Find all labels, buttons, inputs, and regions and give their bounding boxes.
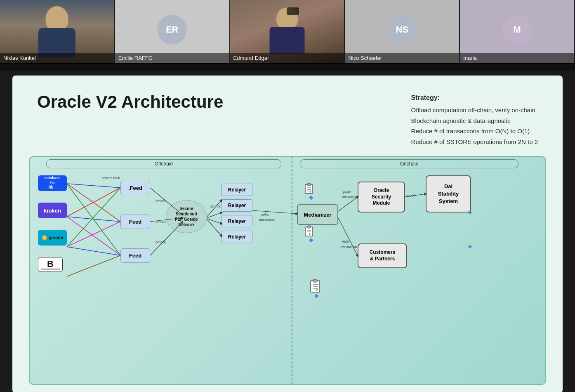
source-bitstamp: B [38, 257, 63, 272]
svg-line-38 [338, 218, 358, 256]
participant-name-maria: maria [460, 53, 574, 63]
svg-line-20 [67, 184, 120, 255]
svg-line-25 [67, 222, 120, 247]
svg-line-18 [67, 184, 120, 188]
relayer-2: Relayer [222, 199, 252, 212]
transaction-customers-label: transaction [341, 245, 357, 249]
svg-line-33 [207, 219, 222, 224]
eth-icon-1: ◆ [309, 194, 313, 201]
eth-icon-3: ◆ [314, 292, 319, 299]
separator-bar [0, 64, 575, 71]
feed-2-label: Feed [129, 219, 141, 225]
video-bar: Niklas Kunkel ER Emilie RAFFO Edmund Edg… [0, 0, 575, 64]
presentation-area: Oracle V2 Architecture Strategy: Offload… [12, 76, 563, 392]
oracle-module-label: OracleSecurityModule [372, 187, 391, 207]
person-head [46, 6, 68, 31]
relayers-group: Relayer Relayer Relayer Relayer [222, 184, 252, 243]
section-divider [292, 157, 292, 384]
slide-content: Oracle V2 Architecture Strategy: Offload… [12, 76, 563, 392]
data-sources: coinbasePro kraken ♊ gemini B [38, 175, 67, 272]
relayer-4: Relayer [222, 231, 252, 243]
customers-label: Customers& Partners [370, 249, 396, 262]
oracle-security-module: OracleSecurityModule [358, 182, 405, 213]
poke-label: poke [261, 213, 269, 217]
eth-icon-customers: ◆ [468, 243, 472, 249]
omnia-label-1: omnia [156, 199, 166, 203]
svg-rect-14 [313, 279, 317, 282]
source-gemini: ♊ gemini [38, 230, 67, 246]
feed-box-3: Feed [120, 248, 150, 263]
svg-line-22 [67, 217, 120, 222]
strategy-label: Strategy: [411, 92, 538, 103]
offchain-section-box: Offchain [46, 159, 281, 168]
video-tile-nico: NS Nico Schaefer [345, 0, 460, 63]
svg-line-26 [67, 247, 120, 255]
video-tile-edmund: Edmund Edgar [230, 0, 345, 63]
video-tile-maria: M maria [460, 0, 575, 63]
feed-3-label: Feed [129, 253, 141, 259]
medianizer-label: Medianizer [304, 212, 331, 218]
person-body [38, 28, 75, 57]
svg-line-32 [207, 213, 222, 218]
svg-line-21 [67, 188, 120, 217]
slide-strategy: Strategy: Offload computation off-chain,… [411, 92, 538, 147]
architecture-diagram: Offchain Onchain setzer-mcd coinbasePro … [29, 156, 546, 385]
video-tile-niklas: Niklas Kunkel [0, 0, 115, 63]
svg-line-23 [67, 217, 120, 255]
svg-line-36 [338, 197, 358, 211]
strategy-line-1: Offload computation off-chain, verify on… [411, 105, 538, 116]
strategy-line-4: Reduce # of SSTORE operations from 2N to… [411, 137, 538, 147]
dai-stability-system: DaiStabilitySystem [426, 175, 471, 213]
svg-line-24 [67, 188, 120, 247]
svg-line-27 [67, 255, 120, 276]
feed-1-label: .Feed [128, 185, 142, 191]
svg-line-31 [207, 200, 222, 217]
p2p-network: SecureScuttlebuttP2P GossipNetwork [166, 200, 207, 233]
omnia-label-3: omnia [156, 240, 166, 244]
source-kraken: kraken [38, 203, 67, 218]
video-tile-emilie: ER Emilie RAFFO [115, 0, 230, 63]
read-customers-label: read [342, 239, 349, 243]
transaction-oracle-label: transaction [342, 195, 358, 198]
read-label: read [407, 194, 415, 198]
svg-line-34 [207, 220, 222, 236]
participant-name-niklas: Niklas Kunkel [0, 53, 114, 63]
svg-rect-5 [307, 183, 311, 186]
eth-icon-2: ◆ [309, 236, 313, 243]
avatar-emilie: ER [157, 15, 187, 45]
dai-system-label: DaiStabilitySystem [438, 183, 459, 205]
omnia-label-4: omnia [210, 204, 221, 208]
eth-icon-dai: ◆ [468, 209, 472, 215]
customers-partners: Customers& Partners [358, 243, 407, 268]
strategy-line-3: Reduce # of transactions from O(N) to O(… [411, 126, 538, 137]
source-coinbase: coinbasePro [38, 175, 67, 191]
setzer-label: setzer-mcd [102, 176, 120, 180]
medianizer: Medianizer [297, 204, 338, 225]
onchain-label: Onchain [400, 161, 419, 167]
relayer-1: Relayer [222, 184, 252, 196]
svg-line-35 [252, 210, 297, 214]
onchain-section-box: Onchain [300, 159, 518, 168]
svg-line-19 [67, 184, 120, 222]
transaction-label-1: transaction [259, 218, 275, 222]
participant-name-emilie: Emilie RAFFO [115, 53, 229, 63]
avatar-maria: M [502, 15, 532, 45]
relayer-3: Relayer [222, 215, 252, 227]
feed-box-1: .Feed [120, 181, 150, 195]
feed-box-2: Feed [120, 215, 150, 229]
participant-name-edmund: Edmund Edgar [230, 53, 344, 63]
strategy-line-2: Blockchain agnostic & data-agnostic [411, 116, 538, 126]
avatar-nico: NS [387, 15, 417, 45]
omnia-label-2: omnia [156, 220, 166, 224]
svg-rect-10 [307, 226, 311, 228]
offchain-label: Offchain [155, 161, 173, 167]
poke-oracle-label: poke [343, 190, 351, 194]
participant-name-nico: Nico Schaefer [345, 53, 459, 63]
